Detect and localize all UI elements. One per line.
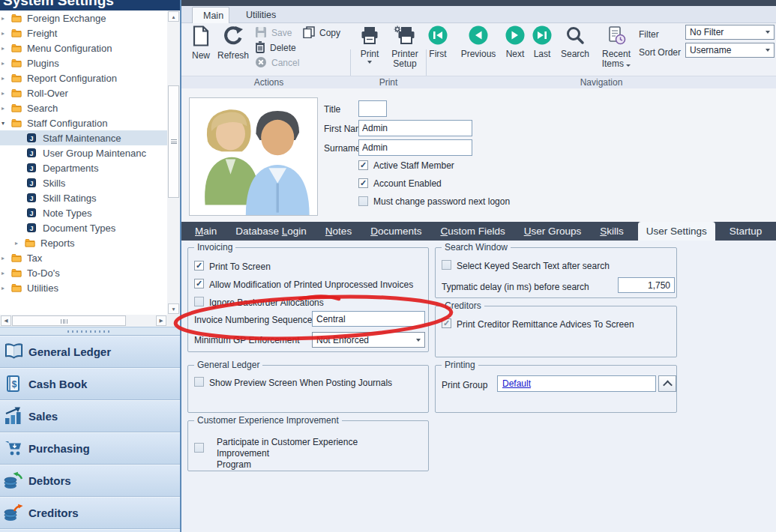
collapse-arrow-icon[interactable]: ▾ [1, 120, 11, 127]
printer-setup-button[interactable]: PrinterSetup [387, 25, 423, 69]
module-nav-debtors[interactable]: Debtors [0, 465, 180, 497]
search-button[interactable]: Search [559, 25, 592, 59]
save-button[interactable]: Save [255, 26, 292, 40]
previous-record-button[interactable]: Previous [457, 25, 499, 59]
module-nav-cash-book[interactable]: $Cash Book [0, 368, 180, 400]
allow-modification-checkbox[interactable]: ✓ [194, 279, 204, 288]
minimum-gp-combobox[interactable]: Not Enforced [312, 332, 425, 348]
account-enabled-checkbox[interactable]: ✓ [358, 178, 368, 188]
scroll-up-button[interactable]: ▲ [168, 11, 179, 22]
filter-combobox[interactable]: No Filter [685, 25, 775, 40]
tab-documents[interactable]: Documents [366, 222, 426, 241]
expand-arrow-icon[interactable]: ▸ [1, 75, 11, 82]
active-staff-member-checkbox[interactable]: ✓ [358, 160, 368, 170]
select-keyed-search-checkbox[interactable] [442, 260, 451, 270]
last-record-button[interactable]: Last [529, 25, 555, 59]
tree-item[interactable]: ▸Utilities [0, 280, 167, 295]
module-nav-purchasing[interactable]: Purchasing [0, 432, 180, 465]
tree-item[interactable]: ▸Tax [0, 250, 167, 265]
surname-input[interactable] [358, 139, 472, 156]
print-to-screen-checkbox[interactable]: ✓ [194, 261, 204, 270]
detail-tab-strip: MainDatabase LoginNotesDocumentsCustom F… [181, 222, 776, 241]
module-nav-sales[interactable]: Sales [0, 400, 180, 432]
tab-custom-fields[interactable]: Custom Fields [436, 222, 509, 241]
recent-items-button[interactable]: RecentItems [598, 25, 635, 69]
show-preview-checkbox[interactable] [194, 377, 204, 387]
expand-arrow-icon[interactable]: ▸ [1, 105, 11, 112]
expand-arrow-icon[interactable]: ▸ [1, 255, 11, 262]
ribbon-tab-utilities[interactable]: Utilities [235, 7, 279, 23]
title-input[interactable] [358, 100, 387, 117]
expand-arrow-icon[interactable]: ▸ [1, 90, 11, 97]
tree-item-selected[interactable]: JStaff Maintenance [0, 130, 167, 145]
tree-item[interactable]: JSkill Ratings [0, 190, 167, 205]
next-record-button[interactable]: Next [502, 25, 529, 59]
tree-item[interactable]: ▾Staff Configuration [0, 115, 167, 130]
expand-arrow-icon[interactable]: ▸ [1, 285, 11, 291]
tree-item[interactable]: ▸To-Do's [0, 265, 167, 280]
tree-item[interactable]: ▸Roll-Over [0, 85, 167, 100]
module-nav-general-ledger[interactable]: General Ledger [0, 336, 180, 368]
print-group-expand-button[interactable] [658, 375, 676, 392]
delete-button[interactable]: Delete [255, 41, 296, 55]
tab-user-settings[interactable]: User Settings [638, 222, 715, 241]
scroll-left-button[interactable]: ◀ [1, 315, 11, 326]
expand-arrow-icon[interactable]: ▸ [1, 15, 11, 22]
expand-arrow-icon[interactable]: ▸ [1, 30, 11, 37]
tree-item[interactable]: ▸Foreign Exchange [0, 10, 167, 25]
delete-button-label: Delete [270, 43, 296, 53]
participate-cei-checkbox[interactable] [194, 443, 204, 453]
horizontal-scroll-thumb[interactable] [12, 315, 126, 326]
first-name-input[interactable] [358, 120, 472, 136]
folder-icon [11, 13, 23, 22]
tree-item[interactable]: JUser Group Maintenanc [0, 145, 167, 160]
tree-vertical-scrollbar[interactable]: ▲ ▼ [167, 10, 180, 315]
scroll-down-button[interactable]: ▼ [168, 303, 179, 314]
tree-item[interactable]: ▸Report Configuration [0, 70, 167, 85]
expand-arrow-icon[interactable]: ▸ [1, 60, 11, 67]
print-group-link[interactable]: Default [502, 378, 531, 389]
print-button[interactable]: Print [354, 25, 385, 64]
copy-button[interactable]: Copy [303, 26, 340, 40]
new-button[interactable]: New [187, 25, 214, 61]
print-remittance-checkbox[interactable]: ✓ [442, 318, 451, 328]
tab-user-groups[interactable]: User Groups [520, 222, 586, 241]
tree-horizontal-scrollbar[interactable]: ◀ ▶ [0, 315, 167, 327]
tree-item[interactable]: JDepartments [0, 160, 167, 175]
panel-splitter[interactable] [0, 327, 180, 336]
module-nav-creditors[interactable]: Creditors [0, 497, 180, 529]
vertical-scroll-thumb[interactable] [168, 85, 179, 198]
scroll-right-button[interactable]: ▶ [156, 315, 166, 326]
expand-arrow-icon[interactable]: ▸ [1, 45, 11, 52]
tab-database-login[interactable]: Database Login [231, 222, 311, 241]
ribbon-tab-main[interactable]: Main [192, 7, 229, 24]
tree-item[interactable]: ▸Menu Configuration [0, 40, 167, 55]
invoice-numbering-input[interactable] [312, 311, 425, 327]
tab-skills[interactable]: Skills [595, 222, 628, 241]
sort-order-combobox[interactable]: Username [685, 43, 775, 58]
tab-main[interactable]: Main [190, 222, 221, 241]
folder-icon [11, 103, 23, 112]
tree-item[interactable]: ▸Search [0, 100, 167, 115]
folder-icon [11, 28, 23, 37]
tree-item[interactable]: ▸Freight [0, 25, 167, 40]
expand-arrow-icon[interactable]: ▸ [15, 240, 25, 247]
invoicing-caption: Invoicing [194, 242, 235, 253]
tab-notes[interactable]: Notes [321, 222, 356, 241]
tab-startup[interactable]: Startup [725, 222, 767, 241]
typmatic-delay-input[interactable] [618, 277, 675, 293]
new-button-label: New [192, 51, 210, 61]
tree-item[interactable]: ▸Reports [0, 235, 167, 250]
ignore-backorder-checkbox[interactable] [194, 297, 204, 306]
general-ledger-groupbox: General Ledger Show Preview Screen When … [187, 365, 429, 413]
tree-item[interactable]: JSkills [0, 175, 167, 190]
tree-item[interactable]: JDocument Types [0, 220, 167, 235]
first-record-button[interactable]: First [424, 25, 451, 59]
module-nav-inventory[interactable]: Inventory [0, 529, 180, 532]
cancel-button[interactable]: Cancel [255, 56, 299, 70]
must-change-password-checkbox[interactable] [358, 196, 368, 206]
refresh-button[interactable]: Refresh [216, 25, 250, 61]
expand-arrow-icon[interactable]: ▸ [1, 270, 11, 276]
tree-item[interactable]: ▸Plugins [0, 55, 167, 70]
tree-item[interactable]: JNote Types [0, 205, 167, 220]
